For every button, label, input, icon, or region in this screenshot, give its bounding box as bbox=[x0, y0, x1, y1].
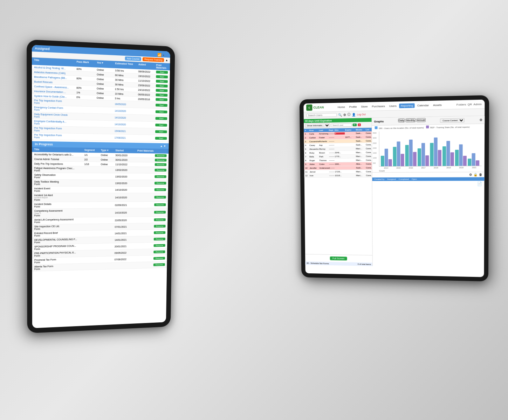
resume-button[interactable]: Resume bbox=[154, 203, 166, 206]
nav-store[interactable]: Store bbox=[359, 104, 370, 109]
qr-icon[interactable]: QR bbox=[468, 103, 472, 106]
bar-teal-2018 bbox=[430, 143, 433, 166]
driver-select[interactable]: Driver Informatio... bbox=[305, 123, 330, 128]
legend-rep: REP - Training State (No. of total repor… bbox=[426, 125, 470, 129]
in-progress-title: In Progress bbox=[35, 142, 53, 146]
bar-teal-2019 bbox=[442, 146, 446, 166]
search-input[interactable] bbox=[306, 113, 337, 118]
chart-bottom-toolbar: ⚙ 🔒 🗑 bbox=[372, 172, 484, 177]
start-button[interactable]: Start bbox=[156, 75, 168, 78]
bar-purple-2018 bbox=[438, 150, 441, 166]
bar-group-2021 bbox=[468, 153, 479, 166]
bar-group-2017 bbox=[418, 143, 429, 166]
resume-button[interactable]: Resume bbox=[155, 175, 166, 178]
nav-assets[interactable]: Assets bbox=[431, 103, 444, 107]
settings-icon[interactable]: ⚙ bbox=[343, 113, 346, 117]
start-button[interactable]: Start bbox=[156, 104, 167, 107]
start-button[interactable]: Start bbox=[156, 84, 168, 88]
bar-purple-2019 bbox=[451, 152, 454, 166]
user-icon[interactable]: 👤 bbox=[352, 113, 356, 116]
resume-button[interactable]: Resume bbox=[154, 218, 166, 221]
folders-icon[interactable]: Folders bbox=[456, 103, 466, 106]
table-row: Incident 1st Alert Incident Report Form … bbox=[32, 193, 168, 202]
start-button[interactable]: Start bbox=[156, 117, 167, 120]
bar-teal-2021 bbox=[468, 159, 471, 166]
clear-btn[interactable]: X bbox=[358, 124, 361, 126]
file-icon[interactable]: 📄 bbox=[477, 182, 482, 186]
user-search-input[interactable] bbox=[331, 123, 352, 127]
resume-button[interactable]: Resume bbox=[154, 225, 165, 227]
table-row: 11 Jerrod -------- 172/6... Marc... Cana… bbox=[304, 170, 372, 174]
tab-annual[interactable]: Annual bbox=[416, 118, 425, 122]
resume-button[interactable]: Resume bbox=[154, 231, 165, 234]
resume-button[interactable]: Resume bbox=[155, 159, 167, 161]
search-green-btn[interactable]: 🔍 bbox=[352, 124, 357, 126]
table-row: 10 Jennifer Underwood -------- Sask... C… bbox=[304, 166, 372, 170]
assigned-title: Assigned bbox=[35, 47, 49, 51]
left-tablet-icons: 📶 ▪ bbox=[157, 53, 164, 57]
table-row: Incident Event Form 14/10/2020 Resume bbox=[32, 187, 168, 193]
info-icon[interactable]: ⓘ bbox=[348, 112, 351, 117]
start-button[interactable]: Start bbox=[156, 110, 167, 113]
nav-home[interactable]: Home bbox=[336, 105, 347, 110]
resume-button[interactable]: Resume bbox=[154, 238, 165, 240]
search-icon[interactable]: 🔍 bbox=[338, 113, 342, 117]
tab-monthly[interactable]: Monthly bbox=[406, 118, 416, 122]
course-context-select[interactable]: Course Context bbox=[440, 118, 465, 122]
start-button[interactable]: Start bbox=[155, 137, 167, 140]
resume-button[interactable]: Resume bbox=[153, 257, 165, 260]
bar-purple-2021 bbox=[476, 160, 479, 166]
top-right-icons: Folders QR Admin bbox=[456, 103, 482, 106]
resume-button[interactable]: Resume bbox=[153, 251, 165, 253]
chart-delete-icon[interactable]: 🗑 bbox=[479, 173, 482, 176]
resume-button[interactable]: Resume bbox=[153, 263, 165, 266]
scroll-up-icon[interactable]: ▲ bbox=[165, 58, 168, 62]
main-nav: Home Profile Store Purchases Users Repor… bbox=[336, 103, 444, 110]
chart-lock-icon[interactable]: 🔒 bbox=[473, 173, 477, 176]
start-button[interactable]: Start bbox=[156, 98, 167, 101]
resume-button[interactable]: Resume bbox=[154, 196, 166, 199]
right-tablet-screen: C CLEAN Home Profile Store Purchases Use… bbox=[303, 100, 485, 277]
chart-settings-icon[interactable]: ⚙ bbox=[480, 118, 482, 121]
resume-button[interactable]: Resume bbox=[155, 188, 166, 191]
nav-reporting[interactable]: Reporting bbox=[399, 103, 415, 108]
tab-daily[interactable]: Daily bbox=[398, 118, 405, 122]
resume-button[interactable]: Resume bbox=[155, 154, 167, 157]
table-row: Daily Toolbox Meeting Form 13/02/2020 Re… bbox=[32, 180, 168, 187]
resume-button[interactable]: Resume bbox=[154, 211, 166, 214]
bar-teal-2016 bbox=[405, 145, 409, 166]
in-progress-icons: ▲ ▼ bbox=[160, 144, 166, 147]
logo-icon: C bbox=[306, 104, 312, 111]
admin-icon[interactable]: Admin bbox=[473, 103, 482, 106]
start-button[interactable]: Start bbox=[155, 124, 167, 127]
bar-blue-2014 bbox=[385, 149, 388, 166]
resume-button[interactable]: Resume bbox=[155, 182, 166, 184]
bar-group-2015 bbox=[393, 141, 404, 166]
chart-gear-icon[interactable]: ⚙ bbox=[469, 173, 472, 176]
bar-teal-2020 bbox=[455, 150, 459, 166]
start-button[interactable]: Start bbox=[155, 130, 167, 133]
start-button[interactable]: Start bbox=[156, 80, 168, 83]
full-screen-button[interactable]: Full Screen bbox=[330, 257, 347, 261]
start-button[interactable]: Start bbox=[156, 71, 168, 74]
nav-purchases[interactable]: Purchases bbox=[370, 104, 387, 108]
resume-button[interactable]: Resume bbox=[155, 163, 167, 166]
count-label: Count bbox=[379, 169, 481, 172]
start-button[interactable]: Start bbox=[156, 89, 168, 92]
add-course-button[interactable]: Add Course bbox=[125, 56, 141, 61]
nav-profile[interactable]: Profile bbox=[348, 104, 359, 109]
start-button[interactable]: Start bbox=[156, 93, 167, 97]
in-progress-rows-container: Accessibility for Ontarian's with D... 1… bbox=[32, 152, 169, 271]
battery-icon: ▪ bbox=[163, 53, 164, 57]
nav-users[interactable]: Users bbox=[387, 104, 398, 108]
nav-calendar[interactable]: Calendar bbox=[416, 103, 431, 108]
rt-main-content: 90 days Until Expiration Driver Informat… bbox=[304, 116, 485, 268]
logout-button[interactable]: Log Out bbox=[357, 113, 366, 115]
bar-group-2019 bbox=[442, 141, 454, 166]
resume-button[interactable]: Resume bbox=[153, 244, 165, 247]
resume-button[interactable]: Resume bbox=[155, 169, 166, 172]
assigned-rows-container: Alcohol & Drug Testing: W... 80% Online … bbox=[32, 65, 170, 142]
bar-group-2014 bbox=[381, 149, 392, 166]
request-training-button[interactable]: Request Training bbox=[143, 57, 164, 62]
bar-purple-2014 bbox=[389, 159, 392, 166]
